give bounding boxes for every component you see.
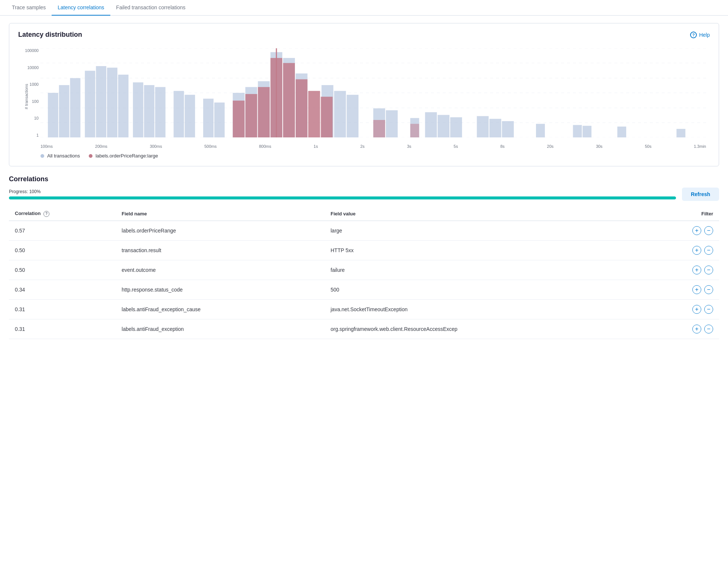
svg-rect-18 <box>185 95 195 137</box>
row-4-correlation: 0.31 <box>9 299 116 319</box>
chart-drawing-area: 95p <box>40 48 706 137</box>
row-1-filter: +− <box>644 240 719 260</box>
correlations-table: Correlation ? Field name Field value Fil… <box>9 207 719 339</box>
th-filter: Filter <box>644 207 719 221</box>
tab-trace-samples[interactable]: Trace samples <box>6 0 52 16</box>
y-axis-label: # transactions <box>24 84 29 109</box>
svg-rect-34 <box>438 115 449 137</box>
svg-rect-16 <box>155 87 166 137</box>
th-field-name: Field name <box>116 207 325 221</box>
y-label-100000: 100000 <box>25 48 39 53</box>
correlation-help-icon[interactable]: ? <box>43 211 49 217</box>
svg-rect-51 <box>321 97 333 137</box>
refresh-button[interactable]: Refresh <box>682 188 719 201</box>
svg-rect-9 <box>70 78 81 137</box>
row-4-filter-exclude-button[interactable]: − <box>704 305 713 314</box>
svg-rect-42 <box>617 127 626 137</box>
legend-label-all: All transactions <box>47 153 80 159</box>
svg-rect-35 <box>450 117 462 137</box>
x-label-1-3min: 1.3min <box>694 144 706 149</box>
th-field-value: Field value <box>325 207 644 221</box>
x-label-300ms: 300ms <box>150 144 162 149</box>
card-header: Latency distribution ? Help <box>18 31 710 39</box>
chart-legend: All transactions labels.orderPriceRange:… <box>18 153 710 159</box>
y-label-1: 1 <box>36 133 39 137</box>
svg-rect-53 <box>410 124 419 137</box>
svg-rect-45 <box>246 94 257 137</box>
table-header-row: Correlation ? Field name Field value Fil… <box>9 207 719 221</box>
row-2-filter-exclude-button[interactable]: − <box>704 266 713 274</box>
svg-rect-39 <box>536 124 545 137</box>
svg-rect-28 <box>334 91 346 137</box>
x-label-30s: 30s <box>596 144 602 149</box>
row-3-filter-include-button[interactable]: + <box>692 285 701 294</box>
row-4-filter-include-button[interactable]: + <box>692 305 701 314</box>
row-4-field-name: labels.antiFraud_exception_cause <box>116 299 325 319</box>
row-4-filter-buttons: +− <box>650 305 713 314</box>
svg-rect-7 <box>48 93 58 137</box>
row-0-filter: +− <box>644 221 719 240</box>
row-3-filter: +− <box>644 280 719 299</box>
x-label-50s: 50s <box>645 144 651 149</box>
svg-rect-41 <box>582 126 591 137</box>
row-0-filter-buttons: +− <box>650 226 713 235</box>
table-row: 0.34http.response.status_code500+− <box>9 280 719 299</box>
x-axis-labels: 100ms 200ms 300ms 500ms 800ms 1s 2s 3s 5… <box>40 144 706 149</box>
table-row: 0.31labels.antiFraud_exceptionorg.spring… <box>9 319 719 339</box>
row-3-filter-exclude-button[interactable]: − <box>704 285 713 294</box>
row-1-filter-exclude-button[interactable]: − <box>704 246 713 255</box>
row-0-filter-exclude-button[interactable]: − <box>704 226 713 235</box>
x-label-20s: 20s <box>547 144 554 149</box>
svg-rect-14 <box>133 82 143 137</box>
correlations-section: Correlations Progress: 100% Refresh Corr… <box>9 175 719 339</box>
help-icon: ? <box>690 32 697 38</box>
latency-distribution-card: Latency distribution ? Help 100000 10000… <box>9 23 719 166</box>
svg-rect-49 <box>296 79 308 137</box>
svg-rect-17 <box>173 91 184 137</box>
tabs-navigation: Trace samples Latency correlations Faile… <box>0 0 728 16</box>
legend-dot-large <box>89 154 92 158</box>
svg-rect-50 <box>308 91 320 137</box>
svg-rect-48 <box>283 63 295 137</box>
row-2-field-value: failure <box>325 260 644 280</box>
main-content: Latency distribution ? Help 100000 10000… <box>0 16 728 346</box>
progress-row: Progress: 100% Refresh <box>9 188 719 201</box>
tab-latency-correlations[interactable]: Latency correlations <box>52 0 110 16</box>
row-0-filter-include-button[interactable]: + <box>692 226 701 235</box>
help-link[interactable]: ? Help <box>690 32 710 38</box>
x-label-500ms: 500ms <box>204 144 217 149</box>
legend-dot-all <box>40 154 44 158</box>
svg-rect-8 <box>59 85 69 137</box>
svg-rect-20 <box>214 102 225 137</box>
svg-rect-19 <box>203 99 214 137</box>
svg-rect-13 <box>118 75 129 137</box>
latency-distribution-title: Latency distribution <box>18 31 82 39</box>
legend-all-transactions: All transactions <box>40 153 80 159</box>
row-5-filter-exclude-button[interactable]: − <box>704 325 713 333</box>
svg-rect-46 <box>258 87 270 137</box>
row-0-field-name: labels.orderPriceRange <box>116 221 325 240</box>
row-5-correlation: 0.31 <box>9 319 116 339</box>
tab-failed-transaction[interactable]: Failed transaction correlations <box>110 0 192 16</box>
row-1-filter-buttons: +− <box>650 246 713 255</box>
x-label-200ms: 200ms <box>95 144 107 149</box>
row-5-filter-include-button[interactable]: + <box>692 325 701 333</box>
histogram-svg: 95p <box>40 48 706 137</box>
svg-rect-31 <box>386 110 398 137</box>
svg-rect-10 <box>85 71 95 137</box>
row-1-field-value: HTTP 5xx <box>325 240 644 260</box>
latency-chart: 100000 10000 1000 100 10 1 # transaction… <box>18 45 710 149</box>
progress-bar-container <box>9 196 676 199</box>
progress-info: Progress: 100% <box>9 189 676 199</box>
th-correlation: Correlation ? <box>9 207 116 221</box>
svg-rect-11 <box>96 66 106 137</box>
row-1-field-name: transaction.result <box>116 240 325 260</box>
x-label-100ms: 100ms <box>40 144 53 149</box>
row-2-field-name: event.outcome <box>116 260 325 280</box>
row-3-field-value: 500 <box>325 280 644 299</box>
x-label-8s: 8s <box>500 144 505 149</box>
row-1-filter-include-button[interactable]: + <box>692 246 701 255</box>
row-4-filter: +− <box>644 299 719 319</box>
row-2-filter-include-button[interactable]: + <box>692 266 701 274</box>
table-row: 0.31labels.antiFraud_exception_causejava… <box>9 299 719 319</box>
